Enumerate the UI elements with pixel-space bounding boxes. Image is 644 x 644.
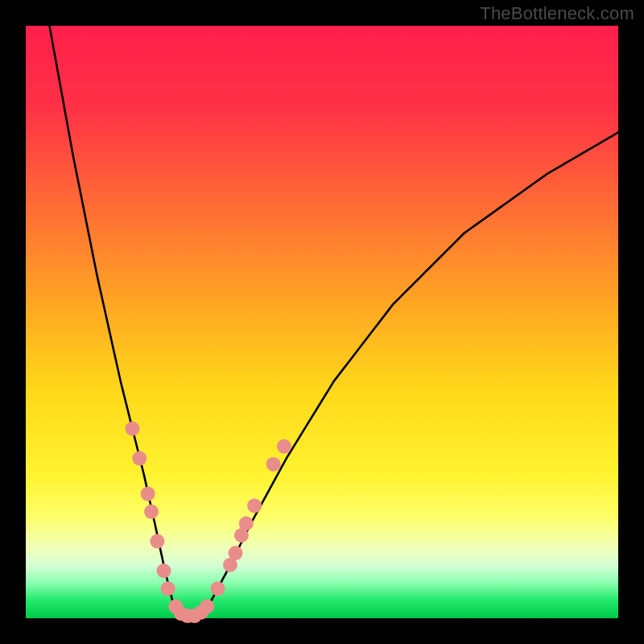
- data-point: [277, 440, 291, 454]
- watermark-text: TheBottleneck.com: [480, 3, 634, 24]
- data-point: [266, 457, 281, 472]
- plot-area: [26, 26, 618, 618]
- data-point: [141, 486, 155, 501]
- data-point: [161, 581, 175, 596]
- data-point: [150, 534, 164, 548]
- data-point: [200, 599, 214, 613]
- data-point: [132, 451, 147, 465]
- bottleneck-curve: [49, 26, 618, 617]
- data-point: [229, 546, 243, 560]
- data-point: [247, 498, 262, 513]
- data-point: [156, 564, 171, 578]
- data-point: [144, 505, 159, 519]
- data-point: [239, 516, 254, 530]
- curve-layer: [26, 26, 618, 618]
- data-point: [125, 421, 139, 436]
- chart-frame: TheBottleneck.com: [0, 0, 644, 644]
- data-point: [210, 581, 225, 596]
